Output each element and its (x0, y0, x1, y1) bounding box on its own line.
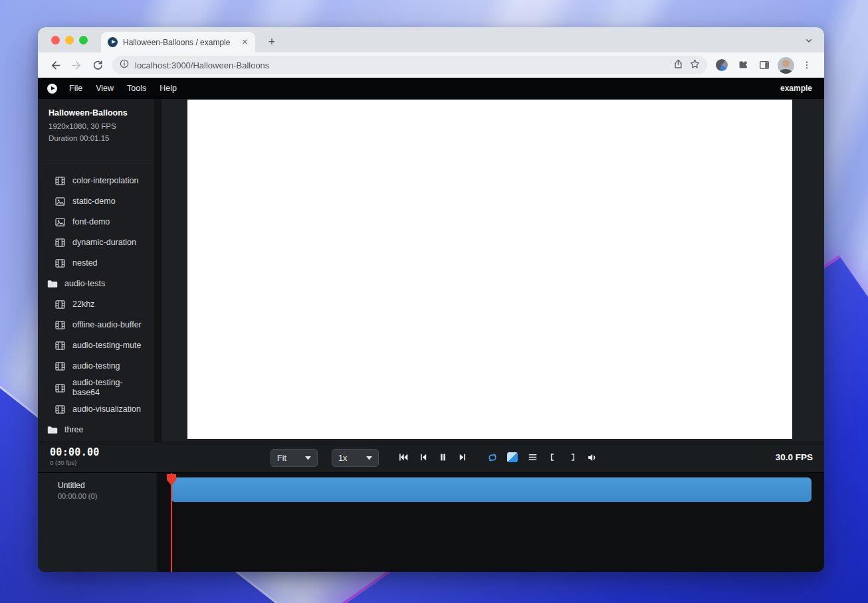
chevron-down-icon (305, 456, 311, 460)
tab-list-chevron-icon[interactable] (802, 34, 815, 47)
composition-canvas (187, 100, 792, 439)
sidebar-item[interactable]: nested (38, 253, 154, 274)
url-text: localhost:3000/Halloween-Balloons (135, 60, 667, 70)
remotion-logo-icon[interactable] (47, 84, 57, 94)
browser-tab[interactable]: Halloween-Balloons / example ✕ (101, 32, 255, 52)
image-icon (55, 218, 66, 226)
composition-list: color-interpolation static-demo font-dem… (38, 171, 154, 440)
speed-select[interactable]: 1x (332, 449, 379, 467)
pause-button[interactable] (435, 450, 450, 465)
menu-items: File View Tools Help (62, 80, 183, 97)
film-icon (55, 341, 66, 350)
remotion-studio: File View Tools Help example Halloween-B… (38, 78, 824, 572)
speed-select-value: 1x (338, 454, 347, 463)
composition-title: Halloween-Balloons (49, 108, 144, 118)
sidebar-item[interactable]: audio-visualization (38, 399, 154, 420)
chevron-down-icon (366, 456, 372, 460)
playhead-line (171, 473, 172, 572)
reload-button[interactable] (88, 55, 108, 75)
page-info-icon[interactable] (119, 58, 130, 72)
sidebar-item[interactable]: three (38, 420, 154, 440)
preview-stage (162, 99, 824, 442)
transport-controls (395, 442, 599, 472)
app-menubar: File View Tools Help example (38, 78, 824, 99)
film-icon (55, 321, 66, 329)
film-icon (55, 238, 66, 247)
menu-item[interactable]: Help (153, 80, 183, 97)
menu-item[interactable]: Tools (120, 80, 153, 97)
composition-meta: 1920x1080, 30 FPS (49, 122, 144, 131)
remotion-favicon-icon (108, 37, 118, 47)
transparency-checker-toggle-icon[interactable] (505, 450, 520, 465)
sidebar-item[interactable]: dynamic-duration (38, 232, 154, 253)
back-button[interactable] (45, 55, 65, 75)
window-traffic-lights (51, 27, 88, 52)
frame-info: 0 (30 fps) (50, 459, 100, 466)
tab-title: Halloween-Balloons / example (123, 38, 235, 47)
folder-icon (47, 426, 58, 434)
sidebar-item[interactable]: color-interpolation (38, 171, 154, 191)
sidebar-item[interactable]: static-demo (38, 191, 154, 212)
sidebar-item[interactable]: audio-testing-mute (38, 335, 154, 356)
zoom-window-button[interactable] (79, 36, 88, 44)
film-icon (55, 405, 66, 414)
film-icon (55, 362, 66, 371)
close-window-button[interactable] (51, 36, 60, 44)
out-marker-icon[interactable] (565, 450, 580, 465)
timeline-sequence-bar[interactable] (171, 477, 812, 502)
film-icon (55, 259, 66, 268)
tab-strip: Halloween-Balloons / example ✕ + (38, 27, 824, 52)
forward-button[interactable] (66, 55, 86, 75)
timecode: 00:00.00 0 (30 fps) (50, 447, 100, 466)
menu-item[interactable]: View (89, 80, 120, 97)
share-icon[interactable] (673, 58, 684, 72)
sidebar-item[interactable]: 22khz (38, 294, 154, 315)
timeline-track-area[interactable] (158, 473, 824, 572)
volume-icon[interactable] (585, 450, 599, 465)
menu-item[interactable]: File (62, 80, 89, 97)
track-title: Untitled (58, 481, 158, 491)
in-marker-icon[interactable] (545, 450, 560, 465)
timecode-value: 00:00.00 (50, 447, 100, 458)
folder-icon (47, 280, 58, 288)
new-tab-button[interactable]: + (265, 35, 279, 49)
profile-avatar[interactable] (776, 55, 796, 75)
extensions-puzzle-icon[interactable] (733, 55, 753, 75)
sidebar-divider (38, 163, 154, 163)
skip-to-start-button[interactable] (395, 450, 410, 465)
sidebar-item[interactable]: audio-tests (38, 274, 154, 294)
side-panel-icon[interactable] (754, 55, 774, 75)
main-row: Halloween-Balloons 1920x1080, 30 FPS Dur… (38, 99, 824, 442)
film-icon (55, 177, 66, 185)
track-info: 00:00.00 (0) (58, 492, 158, 500)
browser-window: Halloween-Balloons / example ✕ + localho… (38, 27, 824, 572)
sidebar-item[interactable]: audio-testing (38, 356, 154, 377)
previous-frame-button[interactable] (415, 450, 430, 465)
address-bar[interactable]: localhost:3000/Halloween-Balloons (112, 56, 707, 74)
loop-toggle-icon[interactable] (485, 450, 500, 465)
composition-duration: Duration 00:01.15 (49, 133, 144, 143)
bookmark-star-icon[interactable] (689, 58, 701, 72)
sidebar-item[interactable]: font-demo (38, 212, 154, 232)
browser-toolbar: localhost:3000/Halloween-Balloons (38, 52, 824, 78)
playback-controls-bar: 00:00.00 0 (30 fps) Fit 1x (38, 442, 824, 472)
menu-kebab-icon[interactable] (797, 55, 817, 75)
project-label: example (780, 84, 815, 93)
rows-icon[interactable] (525, 450, 540, 465)
fps-indicator: 30.0 FPS (776, 452, 813, 462)
composition-info: Halloween-Balloons 1920x1080, 30 FPS Dur… (38, 99, 154, 143)
sidebar-item[interactable]: audio-testing-base64 (38, 377, 154, 399)
sidebar-resize-handle[interactable] (154, 99, 162, 442)
minimize-window-button[interactable] (65, 36, 74, 44)
size-select[interactable]: Fit (271, 449, 318, 467)
film-icon (55, 384, 66, 392)
timeline: Untitled 00:00.00 (0) (38, 472, 824, 572)
tab-close-icon[interactable]: ✕ (240, 37, 250, 48)
compositions-sidebar: Halloween-Balloons 1920x1080, 30 FPS Dur… (38, 99, 154, 442)
extension-badge-icon[interactable] (712, 55, 732, 75)
image-icon (55, 197, 66, 206)
film-icon (55, 300, 66, 309)
next-frame-button[interactable] (455, 450, 470, 465)
sidebar-item[interactable]: offline-audio-buffer (38, 315, 154, 335)
timeline-track-header: Untitled 00:00.00 (0) (38, 473, 158, 572)
